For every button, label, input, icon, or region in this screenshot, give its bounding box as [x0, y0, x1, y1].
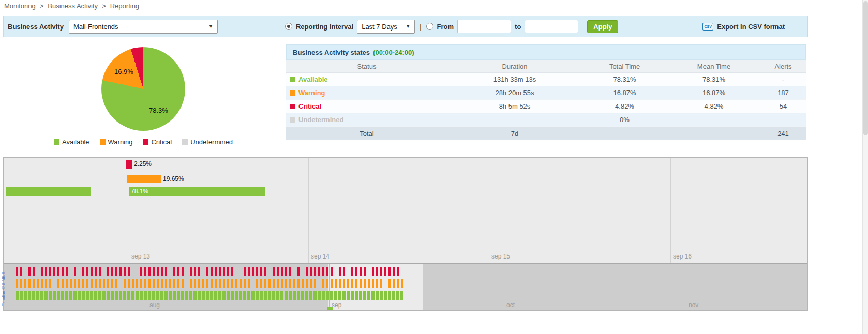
- status-cell: Undetermined: [286, 116, 447, 124]
- timeline-tick-critical: [140, 267, 142, 276]
- status-swatch-critical: [290, 104, 295, 109]
- legend-label: Available: [62, 138, 89, 146]
- timeline-tick-warning: [306, 279, 308, 288]
- timeline-tick-warning: [57, 279, 59, 288]
- timeline-tick-critical: [124, 267, 126, 276]
- pie-legend: AvailableWarningCriticalUndetermined: [54, 138, 233, 146]
- export-csv-button[interactable]: CSV Export in CSV format: [702, 23, 785, 31]
- column-header-alerts: Alerts: [760, 63, 806, 70]
- legend-swatch-warning: [100, 139, 106, 145]
- timeline-tick-warning: [227, 279, 229, 288]
- timeline-tick-critical: [360, 267, 362, 276]
- timeline-tick-warning: [62, 279, 64, 288]
- timeline-month-label: sep: [332, 301, 341, 309]
- timeline-tick-available: [305, 291, 308, 300]
- timeline-tick-available: [338, 291, 341, 300]
- timeline-tick-warning: [20, 279, 22, 288]
- csv-icon: CSV: [702, 23, 713, 31]
- table-row-undetermined: Undetermined0%: [286, 113, 806, 127]
- legend-label: Undetermined: [190, 138, 233, 146]
- custom-period-radio[interactable]: [426, 23, 433, 30]
- breadcrumb-separator: >: [40, 2, 44, 10]
- breadcrumb-item-reporting[interactable]: Reporting: [110, 2, 139, 10]
- timeline-tick-warning: [115, 279, 117, 288]
- to-date-input[interactable]: [525, 20, 578, 33]
- timeline-tick-available: [202, 291, 205, 300]
- reporting-interval-value: Last 7 Days: [362, 23, 397, 31]
- apply-button[interactable]: Apply: [587, 20, 618, 33]
- status-swatch-undetermined: [290, 117, 295, 123]
- timeline-tick-warning: [372, 279, 374, 288]
- timeline-tick-available: [239, 291, 242, 300]
- timeline-day-gridline: [670, 158, 671, 263]
- timeline-tick-available: [309, 291, 312, 300]
- timeline-upper-band[interactable]: sep 13sep 14sep 15sep 162.25%19.65%78.1%: [4, 158, 807, 263]
- timeline-tick-critical: [227, 267, 229, 276]
- timeline-bar-value: 19.65%: [163, 175, 184, 184]
- timeline-tick-critical: [194, 267, 196, 276]
- from-date-input[interactable]: [457, 20, 511, 33]
- timeline-tick-critical: [376, 267, 378, 276]
- timeline-tick-available: [318, 291, 321, 300]
- timeline-day-gridline: [489, 158, 489, 263]
- timeline-tick-available: [49, 291, 52, 300]
- timeline-tick-available: [16, 291, 19, 300]
- timeline-tick-available: [119, 291, 122, 300]
- timeline-tick-critical: [397, 267, 399, 276]
- timeline-tick-critical: [206, 267, 208, 276]
- reporting-interval-radio[interactable]: [285, 23, 292, 30]
- timeline-tick-warning: [256, 279, 258, 288]
- to-label: to: [515, 23, 521, 31]
- timeline-tick-warning: [360, 279, 362, 288]
- vertical-scrollbar[interactable]: [862, 0, 868, 334]
- timeline-tick-warning: [277, 279, 279, 288]
- timeline-tick-warning: [335, 279, 337, 288]
- timeline-tick-available: [268, 291, 271, 300]
- timeline-tick-warning: [397, 279, 399, 288]
- timeline-tick-available: [371, 291, 375, 300]
- table-title: Business Activity states: [293, 49, 370, 56]
- timeline-tick-critical: [211, 267, 213, 276]
- timeline-tick-available: [102, 291, 106, 300]
- reporting-page: Monitoring>Business Activity>Reporting B…: [0, 0, 868, 334]
- timeline-tick-critical: [20, 267, 22, 276]
- states-table: Business Activity states (00:00-24:00) S…: [286, 44, 806, 140]
- timeline-tick-available: [160, 291, 163, 300]
- timeline-tick-critical: [182, 267, 184, 276]
- timeline-tick-available: [28, 291, 31, 300]
- timeline-tick-warning: [169, 279, 171, 288]
- timeline-tick-warning: [136, 279, 138, 288]
- reporting-interval-select[interactable]: Last 7 Days ▼: [357, 20, 415, 34]
- business-activity-select[interactable]: Mail-Frontends ▼: [69, 20, 218, 34]
- timeline-tick-critical: [190, 267, 192, 276]
- timeline-tick-warning: [86, 279, 88, 288]
- timeline-tick-critical: [41, 267, 43, 276]
- timeline-day-gridline: [129, 158, 129, 263]
- timeline-tick-warning: [95, 279, 97, 288]
- breadcrumb-item-monitoring[interactable]: Monitoring: [4, 2, 36, 10]
- timeline-bar-available: [6, 187, 91, 196]
- timeline-date-label: sep 16: [673, 253, 692, 260]
- timeline-tick-warning: [107, 279, 109, 288]
- timeline-tick-warning: [244, 279, 246, 288]
- timeline-tick-critical: [380, 267, 382, 276]
- breadcrumb-item-business-activity[interactable]: Business Activity: [48, 2, 98, 10]
- timeline-tick-critical: [82, 267, 84, 276]
- timeline-lower-band[interactable]: augsepoctnov: [4, 263, 807, 310]
- timeline-tick-critical: [99, 267, 101, 276]
- timeline-tick-critical: [153, 267, 155, 276]
- timeline-tick-available: [36, 291, 39, 300]
- timeline-tick-available: [136, 291, 139, 300]
- timeline-bar-available: [129, 187, 265, 196]
- timeline-tick-critical: [128, 267, 130, 276]
- timeline-tick-available: [185, 291, 188, 300]
- timeline-tick-available: [53, 291, 56, 300]
- scrollbar-thumb[interactable]: [863, 1, 868, 135]
- timeline-tick-critical: [264, 267, 266, 276]
- timeline-tick-warning: [148, 279, 151, 288]
- timeline-tick-available: [280, 291, 283, 300]
- timeline-tick-critical: [16, 267, 18, 276]
- timeline-tick-available: [206, 291, 209, 300]
- timeline-tick-critical: [45, 267, 47, 276]
- timeline-tick-warning: [339, 279, 341, 288]
